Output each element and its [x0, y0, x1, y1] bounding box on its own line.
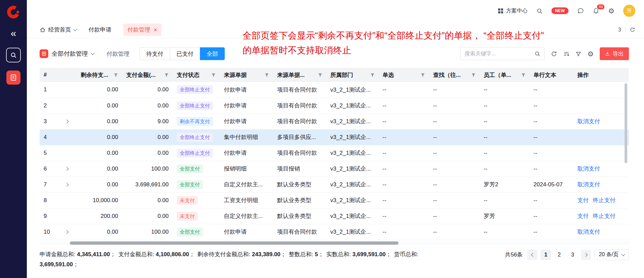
column-header-lookup[interactable]: 查找（往... [429, 68, 480, 82]
action-pay[interactable]: 支付 [577, 196, 589, 204]
messages-button[interactable] [577, 7, 584, 14]
column-header-department[interactable]: 所属部门 [326, 68, 379, 82]
segment-all[interactable]: 全部 [200, 47, 225, 60]
horizontal-scrollbar-track[interactable] [40, 241, 629, 245]
pagination-prev-button[interactable] [527, 250, 537, 260]
cell-status: 未支付 [173, 192, 220, 208]
filter-button[interactable] [576, 51, 581, 57]
cell-row-number: 9 [40, 208, 77, 224]
cell-source-type: 默认业务类型 [273, 192, 326, 208]
action-terminate-payment[interactable]: 终止支付 [593, 196, 615, 204]
table-row[interactable]: 70.003,698,691.00全部支付自定义付款主...默认业务类型v3_2… [40, 177, 629, 192]
sidebar-collapse-button[interactable]: « [11, 28, 16, 38]
horizontal-scrollbar-thumb[interactable] [70, 241, 398, 245]
filter-icon[interactable] [521, 73, 526, 77]
column-header-source[interactable]: 来源单据 [220, 68, 273, 82]
table-row[interactable]: 9200.000.00未支付自定义付款主...默认业务类型v3_2_1测试企..… [40, 208, 629, 224]
table-row[interactable]: 60.00100.00全部支付报销明细项目报销v3_2_1测试企...-----… [40, 161, 629, 177]
cell-actions [573, 98, 629, 113]
cell-status: 全部支付 [173, 161, 220, 177]
sidebar-item-payment-module[interactable] [6, 71, 20, 85]
search-icon[interactable] [534, 51, 540, 57]
search-input[interactable] [465, 51, 532, 57]
expand-icon[interactable] [65, 167, 68, 171]
action-cancel-payment[interactable]: 取消支付 [577, 228, 600, 236]
page-size-select[interactable]: 20 条/页 [594, 249, 629, 260]
expand-icon[interactable] [65, 230, 68, 234]
column-header-status[interactable]: 支付状态 [173, 68, 220, 82]
status-badge: 全部终止支付 [177, 101, 213, 110]
settings-button[interactable]: ⚙ [608, 7, 614, 14]
view-selector[interactable]: 全部付款管理 [40, 49, 94, 58]
filter-icon[interactable] [471, 73, 476, 77]
column-header-text[interactable]: 单行文本 [530, 68, 574, 82]
column-header-paid[interactable]: 支付金额(... [122, 68, 173, 82]
action-pay[interactable]: 支付 [577, 212, 589, 220]
cell-actions [573, 82, 629, 98]
refresh-tabs-button[interactable] [630, 27, 635, 33]
cell-department: v3_2_1测试企... [326, 129, 379, 145]
column-header-radio[interactable]: 单选 [379, 68, 429, 82]
chevron-down-icon [91, 51, 94, 55]
tab-payment-request[interactable]: 付款申请 [89, 26, 111, 34]
plan-center-button[interactable]: 方案中心 [498, 7, 528, 14]
notifications-button[interactable]: 93 [593, 7, 599, 14]
cell-department: v3_2_1测试企... [326, 224, 379, 240]
search-box[interactable] [460, 47, 545, 60]
export-button[interactable]: 导出 [600, 47, 629, 60]
global-search-button[interactable] [536, 8, 543, 14]
status-badge: 全部支付 [177, 180, 203, 189]
action-cancel-payment[interactable]: 取消支付 [577, 118, 600, 125]
pagination-page-1[interactable]: 1 [541, 250, 551, 260]
cell-text: -- [530, 224, 574, 240]
filter-icon[interactable] [114, 73, 118, 77]
filter-icon[interactable] [421, 73, 425, 77]
filter-icon[interactable] [211, 73, 216, 77]
table-settings-button[interactable]: ⚙ [587, 50, 594, 57]
table-row[interactable]: 40.000.00全部终止支付集中付款明细多项目多供应...v3_2_1测试企.… [40, 129, 629, 145]
breadcrumb-home[interactable]: 经营首页 [40, 26, 76, 34]
filter-icon[interactable] [164, 73, 169, 77]
action-cancel-payment[interactable]: 取消支付 [577, 165, 600, 173]
table-row[interactable]: 20.000.00全部终止支付付款申请项目有合同付款v3_2_1测试企...--… [40, 98, 629, 113]
action-terminate-payment[interactable]: 终止支付 [593, 212, 615, 220]
segment-paid[interactable]: 已支付 [170, 47, 200, 60]
plan-center-label: 方案中心 [506, 7, 528, 14]
column-header-actions[interactable]: 操作 [573, 68, 629, 82]
table-row[interactable]: 30.009.00剩余不再支付付款申请项目有合同付款v3_2_1测试企...--… [40, 113, 629, 129]
pagination-page-3[interactable]: 3 [568, 250, 578, 260]
cell-remaining-amount: 10,000.00 [77, 192, 122, 208]
filter-icon[interactable] [318, 73, 322, 77]
cell-source-type: 项目有合同付款 [273, 82, 326, 98]
filter-icon[interactable] [370, 73, 375, 77]
column-header-employee[interactable]: 员工（单... [480, 68, 530, 82]
expand-icon[interactable] [65, 183, 68, 186]
pagination-page-2[interactable]: 2 [554, 250, 564, 260]
new-badge[interactable]: NEW [551, 7, 569, 14]
table-row[interactable]: 100.00100.00全部支付付款申请项目有合同付款v3_2_1测试企...-… [40, 224, 629, 240]
segment-pending[interactable]: 待支付 [140, 47, 170, 60]
close-icon[interactable]: × [154, 28, 157, 32]
cell-radio: -- [379, 82, 429, 98]
cell-lookup: -- [429, 145, 480, 161]
refresh-button[interactable] [551, 51, 557, 57]
status-badge: 全部支付 [177, 228, 203, 236]
column-header-num[interactable]: # [40, 68, 77, 82]
column-header-remaining[interactable]: 剩余待支... [77, 68, 122, 82]
sidebar-search-button[interactable] [6, 48, 21, 62]
table-row[interactable]: 10.000.00全部终止支付付款申请项目有合同付款v3_2_1测试企...--… [40, 82, 629, 98]
cell-paid-amount: 100.00 [122, 161, 173, 177]
user-avatar[interactable]: 芳 [623, 5, 635, 17]
column-header-source_type[interactable]: 来源单据... [273, 68, 326, 82]
filter-icon[interactable] [265, 73, 269, 77]
table-row[interactable]: 50.000.00全部终止支付付款申请项目有合同付款v3_2_1测试企...--… [40, 145, 629, 161]
pagination-next-button[interactable] [581, 250, 591, 260]
tab-payment-management[interactable]: 付款管理 × [123, 24, 161, 36]
summary-label: 申请金额总和: [40, 251, 77, 258]
vertical-scrollbar[interactable] [625, 83, 627, 163]
display-density-button[interactable] [563, 51, 570, 57]
table-row[interactable]: 810,000.000.00未支付工资支付明细默认业务类型v3_2_1测试企..… [40, 192, 629, 208]
action-cancel-payment[interactable]: 取消支付 [577, 181, 600, 188]
cell-employee: -- [480, 192, 530, 208]
expand-icon[interactable] [65, 120, 68, 123]
